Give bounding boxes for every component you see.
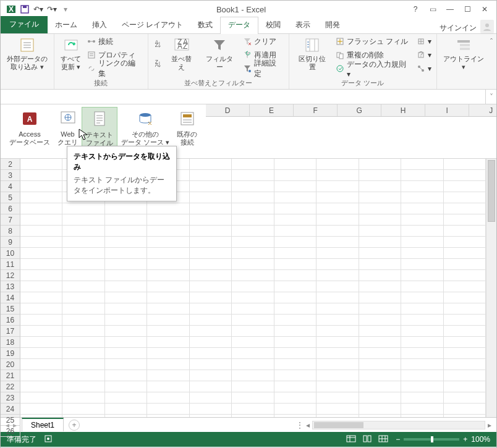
- cell[interactable]: [274, 181, 316, 192]
- cell[interactable]: [147, 259, 189, 270]
- cell[interactable]: [20, 392, 62, 404]
- edit-links-button[interactable]: リンクの編集: [86, 62, 144, 75]
- cell[interactable]: [274, 203, 316, 214]
- cell[interactable]: [105, 303, 147, 315]
- cell[interactable]: [401, 170, 443, 181]
- cell[interactable]: [232, 370, 274, 381]
- cell[interactable]: [190, 404, 232, 415]
- cell[interactable]: [401, 237, 443, 248]
- cell[interactable]: [444, 303, 486, 315]
- cell[interactable]: [147, 248, 189, 259]
- cell[interactable]: [62, 415, 104, 417]
- row-header[interactable]: 13: [1, 281, 20, 292]
- cell[interactable]: [232, 248, 274, 259]
- cell[interactable]: [232, 159, 274, 170]
- cell[interactable]: [401, 392, 443, 404]
- cell[interactable]: [190, 270, 232, 281]
- cell[interactable]: [190, 370, 232, 381]
- cell[interactable]: [359, 381, 401, 392]
- cell[interactable]: [232, 381, 274, 392]
- cell[interactable]: [232, 270, 274, 281]
- cell[interactable]: [359, 181, 401, 192]
- cell[interactable]: [20, 214, 62, 226]
- cell[interactable]: [232, 281, 274, 292]
- cell[interactable]: [401, 226, 443, 237]
- cell[interactable]: [274, 381, 316, 392]
- cell[interactable]: [105, 281, 147, 292]
- cell[interactable]: [190, 337, 232, 348]
- cell[interactable]: [232, 392, 274, 404]
- cell[interactable]: [274, 270, 316, 281]
- cell[interactable]: [316, 159, 359, 170]
- sheet-nav-next[interactable]: ▸: [13, 421, 17, 429]
- cell[interactable]: [62, 326, 104, 337]
- cell[interactable]: [147, 370, 189, 381]
- cell[interactable]: [444, 237, 486, 248]
- cell[interactable]: [190, 170, 232, 181]
- cell[interactable]: [190, 415, 232, 417]
- cell[interactable]: [190, 303, 232, 315]
- cell[interactable]: [20, 181, 62, 192]
- cell[interactable]: [316, 392, 359, 404]
- cell[interactable]: [274, 392, 316, 404]
- cell[interactable]: [444, 392, 486, 404]
- filter-button[interactable]: フィルター: [200, 35, 239, 72]
- cell[interactable]: [401, 415, 443, 417]
- cell[interactable]: [62, 226, 104, 237]
- cell[interactable]: [444, 415, 486, 417]
- from-web-button[interactable]: Web クエリ: [54, 107, 82, 148]
- cell[interactable]: [359, 337, 401, 348]
- cell[interactable]: [316, 181, 359, 192]
- cell[interactable]: [401, 192, 443, 203]
- cell[interactable]: [401, 303, 443, 315]
- cell[interactable]: [316, 348, 359, 359]
- cell[interactable]: [316, 203, 359, 214]
- data-validation-button[interactable]: データの入力規則 ▾: [334, 62, 413, 75]
- cell[interactable]: [359, 359, 401, 370]
- cell[interactable]: [62, 237, 104, 248]
- zoom-level[interactable]: 100%: [471, 435, 490, 444]
- cell[interactable]: [147, 348, 189, 359]
- cell[interactable]: [444, 214, 486, 226]
- row-header[interactable]: 17: [1, 326, 20, 337]
- save-button[interactable]: [18, 2, 32, 16]
- cell[interactable]: [190, 237, 232, 248]
- cell[interactable]: [444, 337, 486, 348]
- cell[interactable]: [401, 259, 443, 270]
- cell[interactable]: [274, 326, 316, 337]
- row-header[interactable]: 16: [1, 315, 20, 326]
- col-header-e[interactable]: E: [250, 104, 294, 116]
- cell[interactable]: [359, 270, 401, 281]
- cell[interactable]: [444, 181, 486, 192]
- cell[interactable]: [359, 326, 401, 337]
- cell[interactable]: [316, 170, 359, 181]
- existing-connections-button[interactable]: 既存の 接続: [173, 107, 201, 148]
- row-header[interactable]: 5: [1, 192, 20, 203]
- row-header[interactable]: 4: [1, 181, 20, 192]
- cell[interactable]: [20, 226, 62, 237]
- cell[interactable]: [105, 259, 147, 270]
- cell[interactable]: [105, 415, 147, 417]
- cell[interactable]: [359, 203, 401, 214]
- cell[interactable]: [147, 381, 189, 392]
- cell[interactable]: [232, 326, 274, 337]
- whatif-button[interactable]: ?▾: [415, 49, 433, 61]
- cell[interactable]: [444, 270, 486, 281]
- cell[interactable]: [190, 281, 232, 292]
- cell[interactable]: [232, 315, 274, 326]
- cell[interactable]: [401, 281, 443, 292]
- cell[interactable]: [147, 281, 189, 292]
- cell[interactable]: [232, 192, 274, 203]
- cell[interactable]: [105, 226, 147, 237]
- cell[interactable]: [444, 226, 486, 237]
- cell[interactable]: [190, 315, 232, 326]
- cell[interactable]: [20, 370, 62, 381]
- cell[interactable]: [232, 181, 274, 192]
- cell[interactable]: [316, 281, 359, 292]
- cell[interactable]: [274, 170, 316, 181]
- cell[interactable]: [20, 281, 62, 292]
- cell[interactable]: [105, 370, 147, 381]
- row-header[interactable]: 22: [1, 381, 20, 392]
- tab-developer[interactable]: 開発: [318, 17, 347, 33]
- cell[interactable]: [105, 392, 147, 404]
